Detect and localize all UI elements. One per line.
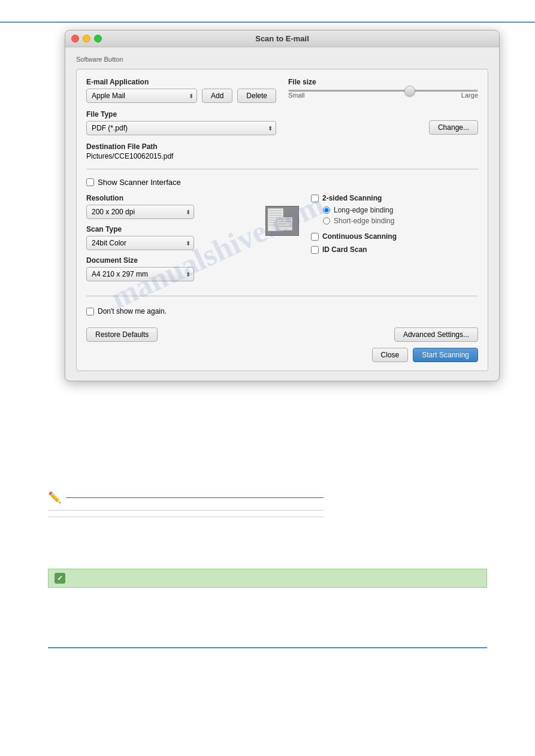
continuous-scanning-label: Continuous Scanning [322, 232, 397, 241]
scan-type-field: Scan Type 24bit Color Grayscale Black & … [86, 225, 253, 250]
two-sided-label: 2-sided Scanning [322, 194, 382, 202]
email-row: Apple Mail Outlook Thunderbird Add Delet… [86, 89, 276, 103]
show-scanner-checkbox[interactable] [86, 178, 94, 186]
maximize-traffic-light[interactable] [94, 35, 102, 42]
window-title: Scan to E-mail [255, 34, 309, 43]
check-banner: ✓ [48, 569, 487, 588]
id-card-scan-row: ID Card Scan [311, 245, 478, 254]
scanner-right: 2-sided Scanning Long-edge binding Short… [311, 194, 478, 257]
long-edge-label: Long-edge binding [334, 206, 393, 214]
svg-rect-4 [269, 215, 282, 216]
top-rule [0, 22, 535, 23]
title-bar: Scan to E-mail [65, 31, 499, 47]
email-app-label: E-mail Application [86, 78, 276, 86]
left-column: E-mail Application Apple Mail Outlook Th… [86, 78, 276, 160]
scan-type-label: Scan Type [86, 225, 253, 233]
note-section: ✏️ [48, 491, 324, 523]
svg-rect-2 [269, 210, 282, 211]
file-type-select-wrapper[interactable]: PDF (*.pdf) JPEG (*.jpg) PNG (*.png) TIF… [86, 121, 276, 135]
final-buttons-row: Close Start Scanning [86, 348, 478, 362]
short-edge-radio[interactable] [323, 217, 330, 224]
document-size-label: Document Size [86, 256, 253, 265]
main-panel: E-mail Application Apple Mail Outlook Th… [76, 69, 488, 371]
id-card-scan-checkbox[interactable] [311, 246, 319, 254]
scan-type-select[interactable]: 24bit Color Grayscale Black & White [86, 236, 194, 250]
scanner-grid: Resolution 100 x 100 dpi 150 x 150 dpi 2… [86, 194, 478, 287]
document-size-select-wrapper[interactable]: A4 210 x 297 mm Letter 8.5 x 11 in Legal… [86, 267, 194, 281]
continuous-scanning-row: Continuous Scanning [311, 232, 478, 241]
svg-rect-7 [269, 222, 277, 223]
scanner-thumbnail [265, 206, 299, 236]
email-app-select-wrapper[interactable]: Apple Mail Outlook Thunderbird [86, 89, 197, 103]
svg-rect-3 [269, 212, 282, 214]
add-button[interactable]: Add [202, 89, 232, 103]
action-right: Advanced Settings... [394, 327, 478, 342]
show-scanner-row: Show Scanner Interface [86, 178, 478, 187]
advanced-settings-button[interactable]: Advanced Settings... [394, 327, 478, 342]
note-divider [48, 510, 324, 511]
scanner-thumb [265, 194, 299, 236]
short-edge-row: Short-edge binding [311, 217, 478, 225]
window-content: Software Button E-mail Application Apple… [65, 47, 499, 381]
resolution-field: Resolution 100 x 100 dpi 150 x 150 dpi 2… [86, 194, 253, 219]
small-label: Small [288, 92, 305, 99]
traffic-lights [71, 35, 102, 42]
close-button[interactable]: Close [372, 348, 409, 362]
resolution-select-wrapper[interactable]: 100 x 100 dpi 150 x 150 dpi 200 x 200 dp… [86, 205, 194, 219]
dest-path: Pictures/CCE10062015.pdf [86, 152, 276, 160]
scanner-left: Resolution 100 x 100 dpi 150 x 150 dpi 2… [86, 194, 253, 287]
large-label: Large [461, 92, 478, 99]
middle-section: Show Scanner Interface Resolution 100 x … [86, 178, 478, 296]
action-row: Restore Defaults Advanced Settings... [86, 323, 478, 342]
top-section: E-mail Application Apple Mail Outlook Th… [86, 78, 478, 169]
short-edge-label: Short-edge binding [334, 217, 394, 225]
continuous-scanning-checkbox[interactable] [311, 233, 319, 241]
document-size-select[interactable]: A4 210 x 297 mm Letter 8.5 x 11 in Legal… [86, 267, 194, 281]
start-scanning-button[interactable]: Start Scanning [413, 348, 478, 362]
file-size-slider-container: Small Large [288, 90, 478, 99]
svg-rect-11 [278, 221, 291, 222]
dont-show-row: Don't show me again. [86, 307, 167, 315]
slider-labels: Small Large [288, 92, 478, 99]
two-sided-row: 2-sided Scanning [311, 194, 478, 202]
resolution-label: Resolution [86, 194, 253, 202]
file-size-label: File size [288, 78, 478, 86]
scan-type-select-wrapper[interactable]: 24bit Color Grayscale Black & White [86, 236, 194, 250]
section-label: Software Button [76, 56, 488, 63]
svg-rect-12 [278, 223, 287, 224]
long-edge-row: Long-edge binding [311, 206, 478, 214]
final-rule [48, 647, 487, 648]
change-button[interactable]: Change... [429, 120, 478, 135]
pencil-icon: ✏️ [48, 491, 61, 504]
restore-defaults-button[interactable]: Restore Defaults [86, 327, 158, 342]
scan-to-email-window: Scan to E-mail Software Button E-mail Ap… [65, 30, 500, 381]
dest-label: Destination File Path [86, 142, 276, 151]
file-type-label: File Type [86, 110, 276, 119]
dont-show-checkbox[interactable] [86, 308, 94, 315]
right-column: File size Small Large Change... [288, 78, 478, 160]
id-card-scan-label: ID Card Scan [322, 245, 367, 254]
two-sided-checkbox[interactable] [311, 195, 319, 202]
svg-rect-13 [278, 226, 291, 227]
document-size-field: Document Size A4 210 x 297 mm Letter 8.5… [86, 256, 253, 281]
note-underline [66, 497, 324, 498]
show-scanner-label: Show Scanner Interface [98, 178, 181, 187]
note-divider-2 [48, 517, 324, 517]
close-traffic-light[interactable] [71, 35, 79, 42]
svg-rect-10 [278, 218, 291, 220]
email-app-select[interactable]: Apple Mail Outlook Thunderbird [86, 89, 197, 103]
scan-thumbnail-svg [266, 207, 298, 235]
check-banner-icon: ✓ [55, 573, 65, 584]
dont-show-label: Don't show me again. [98, 307, 167, 315]
file-type-select[interactable]: PDF (*.pdf) JPEG (*.jpg) PNG (*.png) TIF… [86, 121, 276, 135]
resolution-select[interactable]: 100 x 100 dpi 150 x 150 dpi 200 x 200 dp… [86, 205, 194, 219]
delete-button[interactable]: Delete [237, 89, 276, 103]
bottom-section: Don't show me again. [86, 305, 478, 315]
long-edge-radio[interactable] [323, 207, 330, 214]
minimize-traffic-light[interactable] [83, 35, 90, 42]
